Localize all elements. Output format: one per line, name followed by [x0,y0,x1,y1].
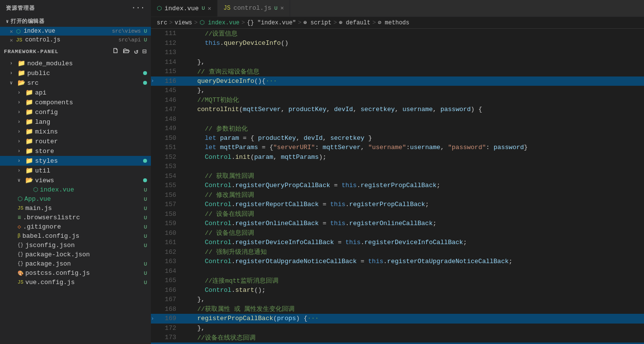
tree-item-util[interactable]: › 📁 util [0,166,151,175]
code-line-151: 151 let mqttParams = {"serverURI": mqttS… [151,143,644,153]
breadcrumb-script[interactable]: ⊕ script [303,19,331,26]
tab-control-js[interactable]: JS control.js U ✕ [218,0,290,17]
list-file-icon: ≡ [18,214,21,221]
code-line-161: 161 Control.registerDeviceInfoCallBack =… [151,238,644,248]
modified-badge: U [144,243,147,248]
breadcrumb-file[interactable]: ⬡ index.vue [200,19,239,26]
tree-item-gitignore[interactable]: ◇ .gitignore U [0,222,151,231]
code-line-166: 166 Control.start(); [151,286,644,295]
tab-close-button[interactable]: ✕ [280,4,284,12]
tree-item-api[interactable]: › 📁 api [0,88,151,97]
more-icon[interactable]: ··· [131,4,145,12]
new-file-icon[interactable]: 🗋 [112,47,119,56]
code-line-111: 111 //设置信息 [151,29,644,38]
code-line-113: 113 [151,48,644,57]
arrow-icon: › [18,168,23,173]
json-file-icon: {} [18,261,23,267]
tree-item-src[interactable]: ∨ 📂 src [0,78,151,88]
item-label: mixins [35,128,147,135]
breadcrumb-methods[interactable]: ⊘ methods [378,19,409,26]
breadcrumb-default[interactable]: ⊕ default [339,19,370,26]
code-line-148: 148 [151,115,644,124]
tree-item-lang[interactable]: › 📁 lang [0,117,151,127]
folder-icon: 📁 [25,108,33,116]
tree-item-package-json[interactable]: {} package.json U [0,259,151,268]
arrow-icon: › [10,61,16,66]
tab-close-button[interactable]: ✕ [208,5,211,12]
framework-header-icons: 🗋 🗁 ↺ ⊟ [112,47,147,56]
tree-item-components[interactable]: › 📁 components [0,97,151,107]
code-area[interactable]: 111 //设置信息 112 this.queryDeviceInfo() 11… [151,29,644,344]
file-path: src\views [112,28,141,34]
item-label: styles [35,157,141,165]
tree-item-browserslistrc[interactable]: ≡ .browserslistrc U [0,213,151,222]
collapse-icon[interactable]: ⊟ [143,47,147,56]
code-line-156: 156 // 修改属性回调 [151,191,644,200]
folder-icon: 📁 [25,167,33,174]
tree-item-styles[interactable]: › 📁 styles [0,156,151,166]
file-path: src\api [118,37,141,43]
item-label: vue.config.js [25,279,142,286]
item-label: .browserslistrc [23,214,142,221]
new-folder-icon[interactable]: 🗁 [123,47,130,56]
folder-icon: 📁 [25,128,33,135]
close-icon[interactable]: ✕ [10,28,13,35]
tree-item-mixins[interactable]: › 📁 mixins [0,127,151,136]
tree-item-vue-config[interactable]: JS vue.config.js U [0,278,151,287]
modified-badge: U [144,28,147,34]
code-line-160: 160 // 设备信息回调 [151,229,644,238]
framework-panel: FRAMEWORK-PANEL 🗋 🗁 ↺ ⊟ › 📁 node_modules… [0,44,151,344]
modified-badge: U [144,261,147,267]
tree-item-jsconfig[interactable]: {} jsconfig.json U [0,241,151,250]
js-tab-icon: JS [223,5,230,12]
breadcrumb-views[interactable]: views [175,19,192,26]
file-name: index.vue [24,28,109,35]
arrow-icon: › [18,158,23,164]
code-line-115: 115 // 查询云端设备信息 [151,67,644,76]
code-line-174: › 174 registerOnlineCallBack(online) {··… [151,343,644,344]
tree-item-store[interactable]: › 📁 store [0,146,151,156]
vue-file-icon: ⬡ [33,186,38,193]
js-file-icon: JS [16,37,22,43]
item-label: router [35,138,147,145]
tree-item-package-lock[interactable]: {} package-lock.json [0,250,151,259]
item-label: main.js [25,205,142,212]
open-file-index-vue[interactable]: ✕ ⬡ index.vue src\views U [0,27,151,36]
close-icon[interactable]: ✕ [10,37,13,43]
code-line-116: › 116 queryDeviceInfo(){··· [151,76,644,86]
code-line-149: 149 // 参数初始化 [151,124,644,134]
code-line-155: 155 Control.registerQueryPropCallBack = … [151,181,644,191]
open-editors-title[interactable]: ∨ 打开的编辑器 [0,16,151,27]
refresh-icon[interactable]: ↺ [134,47,138,56]
breadcrumb-src[interactable]: src [157,19,167,26]
modified-badge: U [144,280,147,286]
item-label: package-lock.json [25,251,147,258]
arrow-icon: › [18,90,23,96]
item-label: views [35,177,141,184]
tree-item-index-vue[interactable]: ⬡ index.vue U [0,185,151,194]
item-label: public [27,70,141,77]
tree-item-router[interactable]: › 📁 router [0,136,151,146]
tree-item-main-js[interactable]: JS main.js U [0,204,151,213]
tab-index-vue[interactable]: ⬡ index.vue U ✕ [151,0,218,17]
code-line-163: 163 Control.registerOtaUpgradeNoticeCall… [151,257,644,267]
tree-item-app-vue[interactable]: ⬡ App.vue U [0,194,151,204]
code-line-164: 164 [151,267,644,276]
tree-item-public[interactable]: › 📁 public [0,68,151,78]
open-file-control-js[interactable]: ✕ JS control.js src\api U [0,36,151,44]
modified-badge: U [144,196,147,202]
tab-badge: U [274,5,277,11]
file-name: control.js [25,37,115,43]
tree-item-views[interactable]: ∨ 📂 views [0,175,151,185]
tree-item-postcss[interactable]: 🎨 postcss.config.js U [0,268,151,278]
code-line-158: 158 // 设备在线回调 [151,210,644,219]
tree-item-node-modules[interactable]: › 📁 node_modules [0,58,151,68]
breadcrumb-indexvue[interactable]: {} "index.vue" [247,19,296,26]
item-label: store [35,148,147,155]
tab-label: index.vue [165,5,199,12]
tree-item-config[interactable]: › 📁 config [0,107,151,117]
babel-file-icon: β [18,233,20,239]
vue-file-icon: ⬡ [18,195,22,203]
arrow-icon: › [18,119,23,125]
tree-item-babel-config[interactable]: β babel.config.js U [0,231,151,241]
